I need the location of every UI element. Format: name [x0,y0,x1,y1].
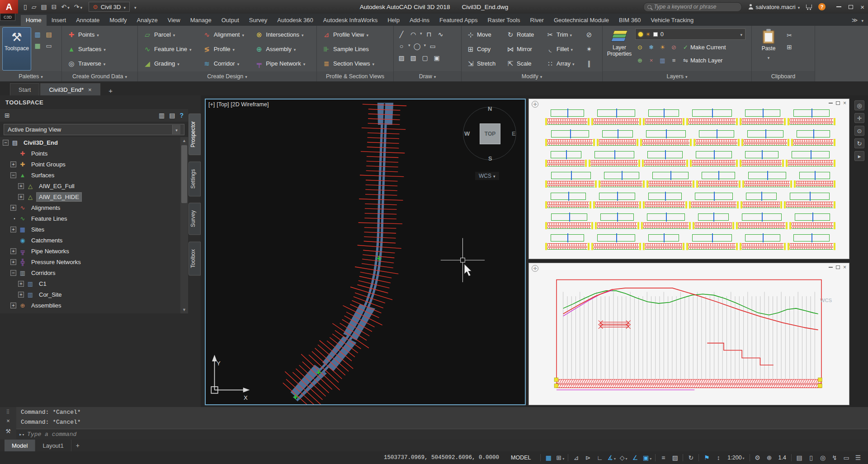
layer-properties-button[interactable]: Layer Properties [605,28,633,70]
item-view-toggle-icon[interactable]: ▥ [159,112,165,119]
expand-toggle-icon[interactable]: + [18,183,24,189]
feature-line-button[interactable]: Feature Line [141,42,198,56]
surfaces-button[interactable]: Surfaces [65,42,108,56]
search-input[interactable] [654,4,738,10]
section-view-tile[interactable] [547,129,593,147]
layer-thaw-all-icon[interactable]: ☀ [658,43,667,52]
section-view-tile[interactable] [547,150,585,168]
region-tool-icon[interactable] [432,53,442,63]
expand-toggle-icon[interactable]: + [18,292,24,298]
layer-off-icon[interactable]: ⊘ [669,43,679,52]
ribbon-tab-annotate[interactable]: Annotate [71,15,104,26]
section-view-tile[interactable] [793,129,833,147]
section-view-tile[interactable] [695,213,732,231]
minimize-icon[interactable] [829,267,833,268]
annotation-scale-label[interactable]: 1:200 [725,452,747,463]
undo-icon[interactable]: ↶ [61,3,69,10]
tree-item-corridors[interactable]: −▥Corridors [0,267,188,278]
parcel-button[interactable]: Parcel [141,28,198,42]
ribbon-tab-output[interactable]: Output [217,15,244,26]
expand-toggle-icon[interactable]: + [10,227,16,232]
tree-item-feature-lines[interactable]: •∿Feature Lines [0,213,188,224]
properties-palette-icon[interactable]: ▥ [33,29,42,39]
layer-dropdown[interactable]: 0 [635,28,745,40]
ribbon-tab-river[interactable]: River [525,15,549,26]
fillet-button[interactable]: Fillet [544,42,582,56]
scale-button[interactable]: Scale [504,57,543,71]
section-view-tile[interactable] [594,233,639,251]
section-view-tile[interactable] [595,192,639,210]
erase-button[interactable] [583,28,596,42]
ribbon-tab-autodesk-infraworks[interactable]: Autodesk InfraWorks [318,15,382,26]
intersections-button[interactable]: Intersections [252,28,314,42]
help-icon[interactable]: ? [179,112,184,119]
viewcube-east[interactable]: E [512,130,516,137]
panel-label-clipboard[interactable]: Clipboard [752,71,815,81]
side-tab-survey[interactable]: Survey [189,203,201,235]
section-view-tile[interactable] [790,109,833,127]
section-view-tile[interactable] [689,109,736,127]
expand-toggle-icon[interactable]: + [10,205,16,211]
expand-toggle-icon[interactable]: + [10,303,16,308]
section-view-tile[interactable] [649,171,692,189]
boundary-tool-icon[interactable] [420,53,430,63]
section-view-tile[interactable] [692,150,736,168]
grid-display-icon[interactable]: ▦ [543,452,554,463]
recent-commands-icon[interactable]: ▸ [19,431,24,437]
panel-label-profile-section-views[interactable]: Profile & Section Views [317,71,393,81]
ribbon-tab-raster-tools[interactable]: Raster Tools [483,15,525,26]
ribbon-tab-add-ins[interactable]: Add-ins [405,15,434,26]
command-line-icon[interactable]: ▭ [44,41,54,51]
arc-tool-icon[interactable] [408,29,418,39]
panel-label-modify[interactable]: Modify [462,71,602,81]
section-view-tile[interactable] [645,192,685,210]
section-view-tile[interactable] [645,109,682,127]
section-view-tile[interactable] [547,213,591,231]
close-icon[interactable] [843,100,846,106]
section-view-tile[interactable] [742,150,782,168]
section-view-tile[interactable] [738,213,785,231]
side-tab-prospector[interactable]: Prospector [189,114,201,155]
copy-clip-icon[interactable]: ⊞ [784,42,794,52]
section-view-tile[interactable] [547,171,594,189]
stretch-button[interactable]: Stretch [464,57,503,71]
gradient-tool-icon[interactable] [408,53,418,63]
ribbon-tab-vehicle-tracking[interactable]: Vehicle Tracking [646,15,698,26]
layer-states-icon[interactable]: ≡ [669,56,679,65]
quick-properties-icon[interactable]: ▤ [794,452,805,463]
paste-button[interactable]: Paste [755,28,783,70]
sample-lines-button[interactable]: Sample Lines [320,42,377,56]
section-view-tile[interactable] [788,150,833,168]
viewport-controls-menu[interactable]: [+] [208,101,215,108]
tree-item-sites[interactable]: +▦Sites [0,224,188,235]
save-icon[interactable]: ▤ [41,3,47,10]
command-line-grip[interactable]: ⣿ ⚒ [0,407,16,440]
section-view-tile[interactable] [591,150,638,168]
section-view-tile[interactable] [547,233,587,251]
toolspace-view-icon[interactable]: ⊞ [5,112,10,119]
hatch-tool-icon[interactable] [396,53,406,63]
mirror-button[interactable]: Mirror [504,42,543,56]
view-controls-menu[interactable]: [Top] [217,101,229,108]
ribbon-tab-home[interactable]: Home [21,15,47,26]
minimize-icon[interactable] [829,103,833,104]
isolate-objects-icon[interactable]: ◎ [817,452,828,463]
ribbon-display-menu-icon[interactable] [861,17,863,24]
tool-palettes-icon[interactable]: ▤ [44,29,54,39]
search-box[interactable] [643,2,742,12]
sign-in-menu[interactable]: salvatore.macri [748,4,800,10]
make-current-button[interactable]: ✓ Make Current [680,44,729,51]
close-icon[interactable] [88,86,92,93]
corridor-button[interactable]: Corridor [200,57,251,71]
store-cart-icon[interactable] [806,5,812,8]
ribbon-tab-insert[interactable]: Insert [47,15,71,26]
expand-toggle-icon[interactable]: − [3,140,9,146]
restore-button[interactable] [849,5,853,9]
polyline-tool-icon[interactable] [424,29,434,39]
section-view-tile[interactable] [645,233,682,251]
plot-icon[interactable]: ⊟ [52,3,57,10]
expand-toggle-icon[interactable]: − [10,270,16,276]
pipe-network-button[interactable]: Pipe Network [252,57,314,71]
profile-button[interactable]: Profile [200,42,251,56]
file-tab-civil3d-end[interactable]: Civil3D_End* [40,83,100,95]
